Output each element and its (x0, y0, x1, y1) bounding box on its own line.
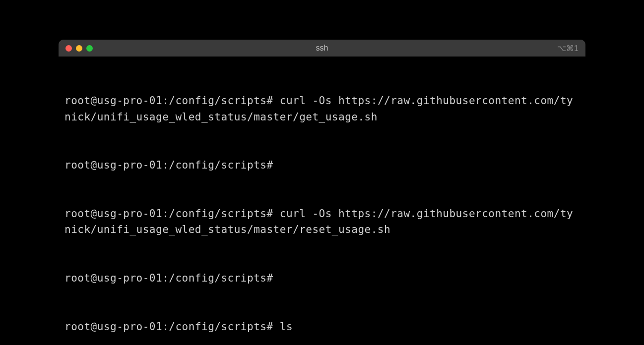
command-text: ls (280, 321, 293, 333)
prompt: root@usg-pro-01:/config/scripts# (64, 95, 273, 107)
window-title: ssh (316, 44, 328, 53)
terminal-line: root@usg-pro-01:/config/scripts# curl -O… (64, 93, 580, 125)
titlebar[interactable]: ssh ⌥⌘1 (59, 40, 585, 57)
window-shortcut-hint: ⌥⌘1 (557, 44, 579, 53)
prompt: root@usg-pro-01:/config/scripts# (64, 321, 273, 333)
terminal-body[interactable]: root@usg-pro-01:/config/scripts# curl -O… (59, 57, 585, 345)
terminal-line: root@usg-pro-01:/config/scripts# (64, 157, 580, 173)
prompt: root@usg-pro-01:/config/scripts# (64, 159, 273, 171)
terminal-line: root@usg-pro-01:/config/scripts# (64, 270, 580, 287)
zoom-icon[interactable] (86, 45, 93, 52)
terminal-line: root@usg-pro-01:/config/scripts# curl -O… (64, 206, 580, 238)
prompt: root@usg-pro-01:/config/scripts# (64, 272, 273, 284)
close-icon[interactable] (65, 45, 72, 52)
prompt: root@usg-pro-01:/config/scripts# (64, 208, 273, 220)
minimize-icon[interactable] (76, 45, 82, 52)
traffic-lights (65, 45, 93, 52)
terminal-window: ssh ⌥⌘1 root@usg-pro-01:/config/scripts#… (59, 40, 585, 345)
terminal-line: root@usg-pro-01:/config/scripts# ls (64, 319, 580, 335)
